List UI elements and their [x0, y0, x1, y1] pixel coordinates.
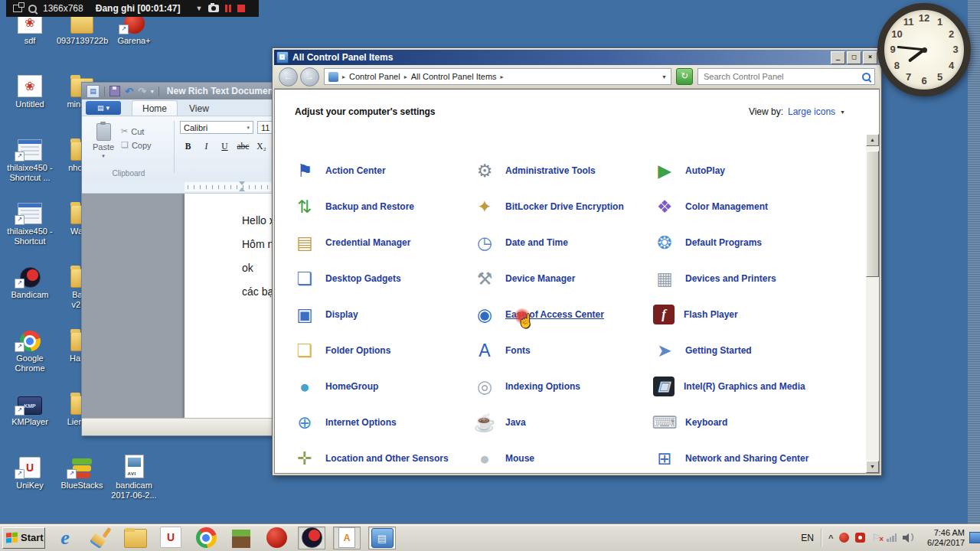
tray-volume-icon[interactable]: ): [903, 533, 914, 543]
cp-item-folder-options[interactable]: ❏Folder Options: [290, 332, 470, 368]
quick-access-dropdown-icon[interactable]: ▾: [151, 88, 154, 95]
tray-garena-icon[interactable]: [839, 533, 849, 543]
tray-display-icon[interactable]: [969, 532, 980, 543]
scroll-up-button[interactable]: ▲: [866, 134, 879, 146]
breadcrumb-separator-icon[interactable]: ▸: [501, 73, 504, 80]
taskbar-button-control-panel[interactable]: ▤: [368, 527, 396, 549]
font-family-select[interactable]: Calibri ▾: [180, 121, 253, 134]
redo-icon[interactable]: ↷: [138, 86, 146, 96]
minimize-button[interactable]: _: [831, 51, 845, 64]
cp-item-indexing-options[interactable]: ◎Indexing Options: [470, 368, 650, 404]
cp-item-internet-options[interactable]: ⊕Internet Options: [290, 404, 470, 440]
bold-button[interactable]: B: [180, 139, 196, 152]
taskbar-button-bandicam[interactable]: [298, 527, 325, 549]
cp-item-network-and-sharing-center[interactable]: ⊞Network and Sharing Center: [650, 440, 830, 474]
tray-action-center-icon[interactable]: ⚐×: [871, 533, 880, 543]
address-dropdown-icon[interactable]: ▼: [662, 74, 667, 80]
cp-item-color-management[interactable]: ❖Color Management: [650, 188, 830, 224]
desktop-icon-thilaixe450-shortcut[interactable]: ↗thilaixe450 -Shortcut: [5, 198, 55, 246]
cp-item-date-and-time[interactable]: ◷Date and Time: [470, 224, 650, 260]
wordpad-menu-button[interactable]: ▤ ▾: [86, 101, 121, 115]
cp-item-intel-r-graphics-and-media[interactable]: ▣Intel(R) Graphics and Media: [650, 368, 830, 404]
search-icon[interactable]: [862, 73, 871, 81]
desktop-icon-bandicam-2017-06-2[interactable]: AVIbandicam2017-06-2...: [109, 452, 159, 500]
view-by-value[interactable]: Large icons: [788, 106, 835, 117]
scroll-down-button[interactable]: ▼: [866, 461, 879, 473]
desktop-icon-bluestacks[interactable]: ↗BlueStacks: [57, 452, 107, 491]
control-panel-search-input[interactable]: [702, 71, 859, 82]
desktop-icon-kmplayer[interactable]: KMP↗KMPlayer: [5, 389, 55, 427]
breadcrumb[interactable]: ▸ Control Panel ▸ All Control Panel Item…: [324, 68, 671, 85]
cp-item-credential-manager[interactable]: ▤Credential Manager: [290, 224, 470, 260]
breadcrumb-all-items[interactable]: All Control Panel Items: [411, 72, 497, 81]
cp-item-getting-started[interactable]: ➤Getting Started: [650, 332, 830, 368]
desktop-icon-unikey[interactable]: U↗UniKey: [5, 452, 55, 491]
taskbar-button-wordpad[interactable]: A: [333, 527, 361, 549]
cp-item-device-manager[interactable]: ⚒Device Manager: [470, 260, 650, 296]
scrollbar-thumb[interactable]: [866, 151, 879, 277]
forward-button[interactable]: →: [300, 67, 319, 86]
taskbar-button-minecraft[interactable]: [227, 527, 255, 549]
close-button[interactable]: ×: [863, 51, 877, 64]
desktop-icon-google-chrome[interactable]: ↗GoogleChrome: [5, 325, 55, 373]
copy-button[interactable]: ❏ Copy: [121, 140, 152, 150]
stop-recording-button[interactable]: [237, 5, 245, 12]
cp-item-fonts[interactable]: AFonts: [470, 332, 650, 368]
cp-item-administrative-tools[interactable]: ⚙Administrative Tools: [470, 152, 650, 188]
cp-item-label: Folder Options: [325, 345, 390, 356]
screenshot-camera-icon[interactable]: [208, 5, 219, 12]
tab-home[interactable]: Home: [132, 100, 178, 116]
cp-item-flash-player[interactable]: fFlash Player: [650, 296, 830, 332]
subscript-button[interactable]: X₂: [253, 139, 270, 152]
cp-item-ease-of-access-center[interactable]: ◉Ease of Access Center: [470, 296, 650, 332]
start-button[interactable]: Start: [2, 527, 45, 549]
cp-item-default-programs[interactable]: ❂Default Programs: [650, 224, 830, 260]
cp-item-mouse[interactable]: ●Mouse: [470, 440, 650, 474]
taskbar-button-unikey[interactable]: U: [157, 527, 185, 549]
desktop-icon-untitled[interactable]: ❀Untitled: [5, 71, 55, 109]
search-box[interactable]: [697, 68, 875, 85]
cp-item-java[interactable]: ☕Java: [470, 404, 650, 440]
tab-view[interactable]: View: [179, 101, 219, 116]
view-by-dropdown-icon[interactable]: ▼: [840, 109, 845, 115]
cp-item-homegroup[interactable]: ●HomeGroup: [290, 368, 470, 404]
underline-button[interactable]: U: [217, 139, 233, 152]
taskbar-button-google-chrome[interactable]: [192, 527, 220, 549]
cp-item-devices-and-printers[interactable]: ▦Devices and Printers: [650, 260, 830, 296]
cp-item-autoplay[interactable]: ▶AutoPlay: [650, 152, 830, 188]
save-icon[interactable]: [109, 86, 120, 96]
indent-marker[interactable]: [239, 181, 246, 191]
control-panel-titlebar[interactable]: All Control Panel Items _ □ ×: [274, 50, 880, 65]
cp-item-desktop-gadgets[interactable]: ❏Desktop Gadgets: [290, 260, 470, 296]
maximize-button[interactable]: □: [847, 51, 861, 64]
taskbar-button-internet-explorer[interactable]: e: [51, 527, 79, 549]
pause-recording-button[interactable]: [225, 5, 231, 12]
cut-button[interactable]: ✂ Cut: [121, 126, 152, 136]
cp-item-action-center[interactable]: ⚑Action Center: [290, 152, 470, 188]
taskbar-button-garena[interactable]: [263, 527, 290, 549]
desktop-icon-bandicam[interactable]: ↗Bandicam: [5, 262, 55, 300]
tray-bandicam-icon[interactable]: [855, 533, 865, 543]
undo-icon[interactable]: ↶: [125, 86, 133, 96]
back-button[interactable]: ←: [279, 67, 298, 86]
taskbar-button-windows-explorer[interactable]: [122, 527, 149, 549]
language-indicator[interactable]: EN: [794, 533, 821, 543]
breadcrumb-control-panel[interactable]: Control Panel: [349, 72, 400, 81]
cp-item-location-and-other-sensors[interactable]: ✛Location and Other Sensors: [290, 440, 470, 474]
italic-button[interactable]: I: [198, 139, 214, 152]
cp-item-keyboard[interactable]: ⌨Keyboard: [650, 404, 830, 440]
desktop-icon-thilaixe450-shortcut[interactable]: ↗thilaixe450 -Shortcut ...: [5, 135, 55, 183]
scrollbar[interactable]: ▲ ▼: [866, 134, 879, 473]
clock-gadget[interactable]: 123456789101112: [877, 3, 971, 96]
cp-item-bitlocker-drive-encryption[interactable]: ✦BitLocker Drive Encryption: [470, 188, 650, 224]
strikethrough-button[interactable]: abc: [235, 139, 251, 152]
recorder-dropdown-icon[interactable]: ▼: [195, 5, 202, 12]
tray-network-icon[interactable]: [887, 533, 897, 542]
cp-item-display[interactable]: ▣Display: [290, 296, 470, 332]
breadcrumb-separator-icon[interactable]: ▸: [404, 73, 407, 80]
refresh-button[interactable]: ↻: [676, 68, 693, 85]
tray-clock[interactable]: 7:46 AM 6/24/2017: [921, 528, 969, 548]
cp-item-backup-and-restore[interactable]: ⇅Backup and Restore: [290, 188, 470, 224]
tray-expand-icon[interactable]: ^: [828, 533, 833, 543]
taskbar-button-ccleaner[interactable]: [87, 527, 114, 549]
